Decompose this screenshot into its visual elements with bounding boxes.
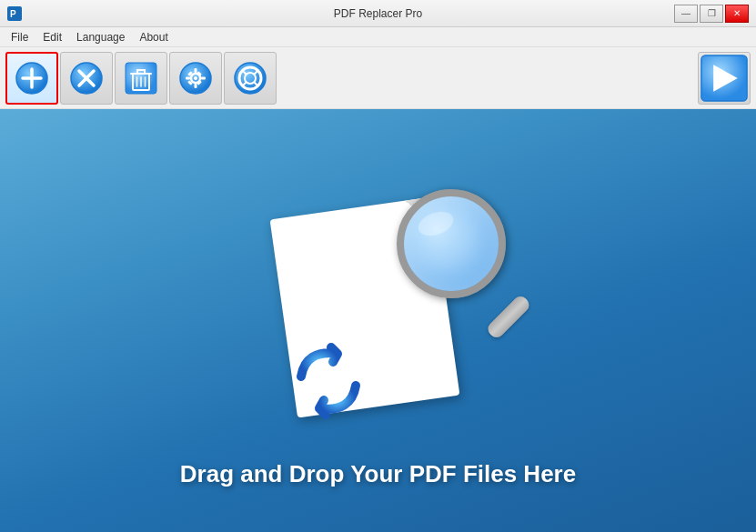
title-bar-left: P [7,6,22,21]
svg-text:P: P [10,9,16,19]
svg-rect-21 [195,84,197,88]
next-icon [699,53,750,104]
help-button[interactable] [224,52,277,105]
toolbar-left [5,52,277,105]
help-icon [233,61,267,95]
app-icon: P [7,6,22,21]
menu-language[interactable]: Language [69,29,132,45]
svg-rect-20 [195,68,197,73]
toolbar-right [698,52,751,105]
delete-icon [124,61,158,95]
magnifier-handle [485,293,532,340]
svg-point-19 [194,76,197,80]
window-title: PDF Replacer Pro [334,7,422,20]
magnifier-lens [397,189,506,298]
illustration [233,171,524,462]
settings-button[interactable] [169,52,222,105]
main-drop-area[interactable]: Drag and Drop Your PDF Files Here [0,109,756,532]
close-button[interactable]: ✕ [725,5,749,23]
window-controls: — ❐ ✕ [674,5,749,23]
cancel-icon [69,61,104,95]
add-button[interactable] [5,52,58,105]
settings-icon [178,61,213,95]
refresh-arrows [287,340,369,426]
delete-button[interactable] [115,52,167,105]
drop-text: Drag and Drop Your PDF Files Here [180,460,576,488]
svg-rect-23 [201,76,206,79]
arrows-svg [287,340,369,422]
magnifier [397,189,506,298]
menu-file[interactable]: File [4,29,35,45]
menu-edit[interactable]: Edit [35,29,69,45]
cancel-button[interactable] [60,52,113,105]
add-icon [15,61,49,95]
menu-bar: File Edit Language About [0,27,756,47]
toolbar [0,47,756,109]
next-button[interactable] [698,52,751,105]
minimize-button[interactable]: — [674,5,698,23]
menu-about[interactable]: About [132,29,175,45]
svg-point-37 [415,206,457,239]
title-bar: P PDF Replacer Pro — ❐ ✕ [0,0,756,27]
svg-rect-22 [186,76,190,79]
restore-button[interactable]: ❐ [700,5,723,23]
